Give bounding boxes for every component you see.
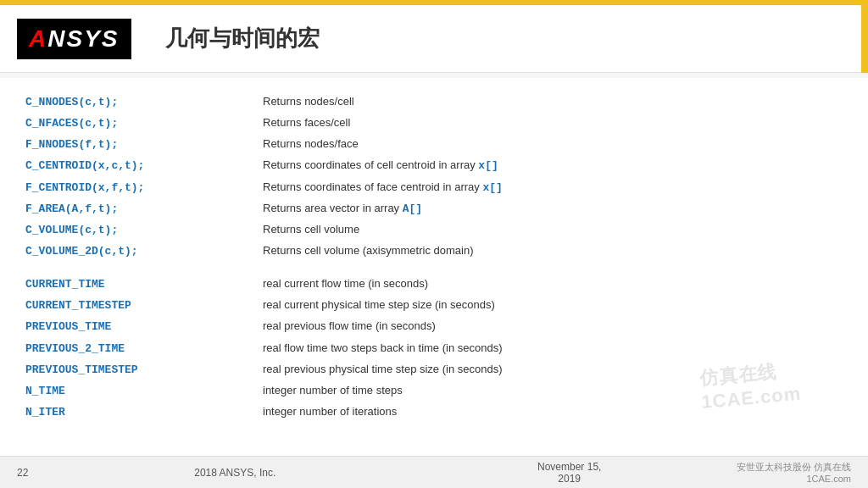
macro-name: CURRENT_TIMESTEP bbox=[25, 297, 263, 314]
macro-name: N_ITER bbox=[25, 404, 263, 421]
list-item: PREVIOUS_TIMESTEP real previous physical… bbox=[25, 361, 843, 379]
header: ANSYS 几何与时间的宏 bbox=[0, 5, 868, 73]
macro-desc: Returns area vector in array A[] bbox=[263, 200, 843, 218]
macro-desc: Returns nodes/face bbox=[263, 136, 843, 152]
list-item: PREVIOUS_TIME real previous flow time (i… bbox=[25, 318, 843, 336]
macro-desc: real previous flow time (in seconds) bbox=[263, 318, 843, 335]
macro-desc: Returns nodes/cell bbox=[263, 93, 843, 110]
list-item: N_TIME integer number of time steps bbox=[25, 382, 843, 400]
macro-name: F_AREA(A,f,t); bbox=[25, 201, 263, 218]
macro-name: PREVIOUS_TIME bbox=[25, 319, 263, 336]
macro-name: C_NFACES(c,t); bbox=[25, 115, 263, 132]
macro-name: CURRENT_TIME bbox=[25, 276, 263, 293]
list-item: F_AREA(A,f,t); Returns area vector in ar… bbox=[25, 200, 843, 218]
macro-name: N_TIME bbox=[25, 383, 263, 400]
main-content: C_NNODES(c,t); Returns nodes/cell C_NFAC… bbox=[0, 78, 868, 456]
list-item: C_NFACES(c,t); Returns faces/cell bbox=[25, 114, 843, 132]
macro-name: PREVIOUS_2_TIME bbox=[25, 341, 263, 358]
ansys-logo: ANSYS bbox=[29, 25, 120, 53]
macro-name: C_CENTROID(x,c,t); bbox=[25, 158, 263, 175]
macro-desc: integer number of iterations bbox=[263, 403, 843, 420]
footer-date: November 15,2019 bbox=[402, 461, 736, 485]
macro-name: C_NNODES(c,t); bbox=[25, 94, 263, 111]
list-item: CURRENT_TIME real current flow time (in … bbox=[25, 275, 843, 293]
macro-name: C_VOLUME(c,t); bbox=[25, 222, 263, 239]
list-item: PREVIOUS_2_TIME real flow time two steps… bbox=[25, 340, 843, 358]
section-separator bbox=[25, 263, 843, 275]
page-number: 22 bbox=[17, 467, 28, 479]
list-item: F_NNODES(f,t); Returns nodes/face bbox=[25, 136, 843, 153]
footer: 22 2018 ANSYS, Inc. November 15,2019 安世亚… bbox=[0, 456, 868, 488]
logo-box: ANSYS bbox=[17, 19, 131, 59]
macro-name: F_CENTROID(x,f,t); bbox=[25, 180, 263, 197]
list-item: F_CENTROID(x,f,t); Returns coordinates o… bbox=[25, 179, 843, 197]
list-item: C_VOLUME(c,t); Returns cell volume bbox=[25, 221, 843, 239]
macro-table: C_NNODES(c,t); Returns nodes/cell C_NFAC… bbox=[25, 93, 843, 421]
macro-name: F_NNODES(f,t); bbox=[25, 136, 263, 153]
footer-page-number: 22 bbox=[17, 467, 68, 479]
footer-company: 2018 ANSYS, Inc. bbox=[68, 467, 402, 479]
list-item: C_NNODES(c,t); Returns nodes/cell bbox=[25, 93, 843, 111]
macro-desc: Returns cell volume bbox=[263, 221, 843, 238]
footer-brand: 安世亚太科技股份 仿真在线1CAE.com bbox=[737, 461, 851, 484]
list-item: CURRENT_TIMESTEP real current physical t… bbox=[25, 297, 843, 314]
macro-desc: real flow time two steps back in time (i… bbox=[263, 340, 843, 357]
list-item: C_CENTROID(x,c,t); Returns coordinates o… bbox=[25, 157, 843, 175]
macro-desc: Returns coordinates of cell centroid in … bbox=[263, 157, 843, 175]
macro-desc: integer number of time steps bbox=[263, 382, 843, 399]
macro-desc: Returns coordinates of face centroid in … bbox=[263, 179, 843, 197]
right-accent-bar bbox=[861, 0, 868, 73]
list-item: N_ITER integer number of iterations bbox=[25, 403, 843, 421]
macro-desc: real current physical time step size (in… bbox=[263, 297, 843, 313]
macro-desc: Returns cell volume (axisymmetric domain… bbox=[263, 242, 843, 259]
page-title: 几何与时间的宏 bbox=[165, 24, 320, 53]
macro-desc: Returns faces/cell bbox=[263, 114, 843, 131]
macro-desc: real current flow time (in seconds) bbox=[263, 275, 843, 292]
macro-desc: real previous physical time step size (i… bbox=[263, 361, 843, 378]
list-item: C_VOLUME_2D(c,t); Returns cell volume (a… bbox=[25, 242, 843, 260]
macro-name: C_VOLUME_2D(c,t); bbox=[25, 243, 263, 260]
macro-name: PREVIOUS_TIMESTEP bbox=[25, 362, 263, 379]
